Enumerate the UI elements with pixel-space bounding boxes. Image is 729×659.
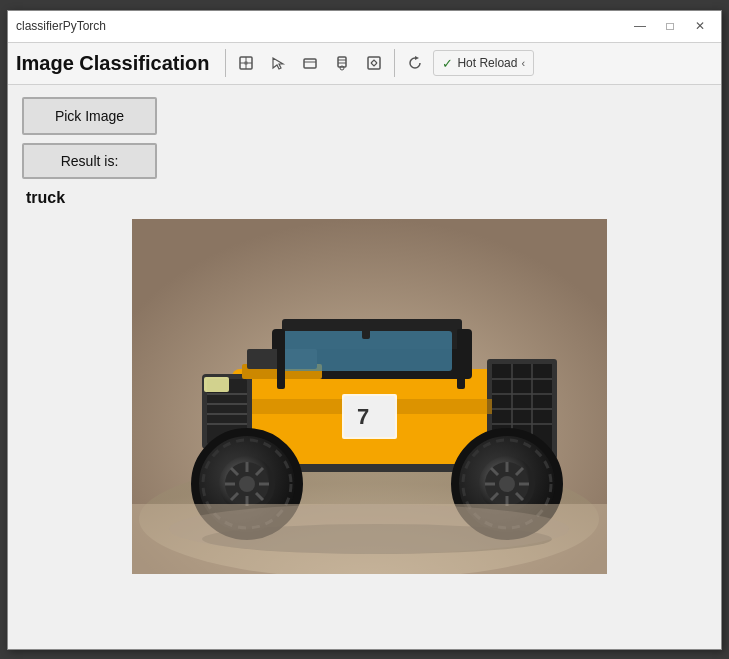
svg-point-52 xyxy=(239,476,255,492)
svg-rect-40 xyxy=(457,329,465,389)
close-button[interactable]: ✕ xyxy=(687,16,713,36)
image-display: 7 xyxy=(132,219,607,574)
svg-point-77 xyxy=(169,504,569,554)
svg-point-66 xyxy=(499,476,515,492)
truck-image: 7 xyxy=(132,219,607,574)
svg-rect-4 xyxy=(304,59,316,68)
window-title: classifierPyTorch xyxy=(16,19,106,33)
svg-rect-35 xyxy=(344,396,395,437)
result-label: Result is: xyxy=(61,153,119,169)
svg-point-3 xyxy=(244,61,248,65)
toolbar: Image Classification xyxy=(8,43,721,85)
window-controls: — □ ✕ xyxy=(627,16,713,36)
svg-rect-10 xyxy=(368,57,380,69)
truck-svg: 7 xyxy=(132,219,607,574)
toolbar-separator-1 xyxy=(225,49,226,77)
svg-rect-41 xyxy=(362,319,370,339)
main-content: Pick Image Result is: truck xyxy=(8,85,721,649)
toolbar-cursor-icon[interactable] xyxy=(232,49,260,77)
svg-rect-39 xyxy=(277,329,285,389)
toolbar-box-icon[interactable] xyxy=(296,49,324,77)
minimize-button[interactable]: — xyxy=(627,16,653,36)
toolbar-temp-icon[interactable] xyxy=(328,49,356,77)
svg-rect-37 xyxy=(204,377,229,392)
toolbar-separator-2 xyxy=(394,49,395,77)
hot-reload-check-icon: ✓ xyxy=(442,56,453,71)
result-value: truck xyxy=(26,189,707,207)
hot-reload-label: Hot Reload xyxy=(457,56,517,70)
title-bar: classifierPyTorch — □ ✕ xyxy=(8,11,721,43)
toolbar-refresh-icon[interactable] xyxy=(401,49,429,77)
app-window: classifierPyTorch — □ ✕ Image Classifica… xyxy=(7,10,722,650)
maximize-button[interactable]: □ xyxy=(657,16,683,36)
app-title: Image Classification xyxy=(16,52,209,75)
hot-reload-button[interactable]: ✓ Hot Reload ‹ xyxy=(433,50,534,76)
pick-image-button[interactable]: Pick Image xyxy=(22,97,157,135)
svg-text:7: 7 xyxy=(357,404,369,429)
chevron-left-icon: ‹ xyxy=(521,57,525,69)
toolbar-select-icon[interactable] xyxy=(264,49,292,77)
toolbar-transform-icon[interactable] xyxy=(360,49,388,77)
result-box: Result is: xyxy=(22,143,157,179)
